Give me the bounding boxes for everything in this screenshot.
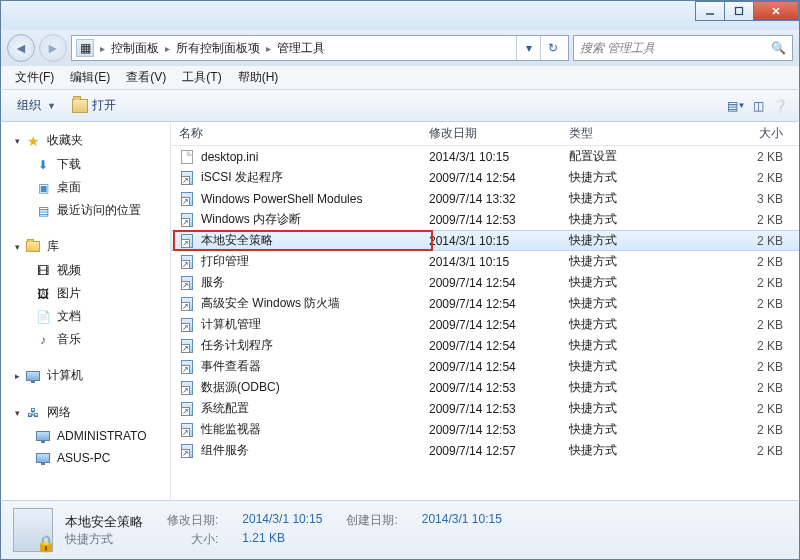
chevron-right-icon: ▸ xyxy=(163,43,172,54)
file-date: 2009/7/14 12:54 xyxy=(421,171,561,185)
file-date: 2009/7/14 12:54 xyxy=(421,276,561,290)
file-type: 快捷方式 xyxy=(561,211,661,228)
file-date: 2014/3/1 10:15 xyxy=(421,234,561,248)
search-icon[interactable]: 🔍 xyxy=(771,41,786,55)
file-size: 2 KB xyxy=(661,150,799,164)
sidebar-music[interactable]: ♪音乐 xyxy=(1,328,170,351)
nav-forward-button[interactable]: ► xyxy=(39,34,67,62)
sidebar-desktop[interactable]: ▣桌面 xyxy=(1,176,170,199)
file-type: 快捷方式 xyxy=(561,421,661,438)
breadcrumb-3[interactable]: 管理工具 xyxy=(273,40,329,57)
computer-icon xyxy=(35,450,51,466)
sidebar-network[interactable]: ▾ 🖧 网络 xyxy=(1,400,170,425)
search-placeholder: 搜索 管理工具 xyxy=(580,40,655,57)
file-row[interactable]: 打印管理2014/3/1 10:15快捷方式2 KB xyxy=(171,251,799,272)
menu-tools[interactable]: 工具(T) xyxy=(174,66,229,89)
sidebar-pictures[interactable]: 🖼图片 xyxy=(1,282,170,305)
window-titlebar xyxy=(0,0,800,30)
refresh-button[interactable]: ↻ xyxy=(540,36,564,60)
file-date: 2009/7/14 12:53 xyxy=(421,381,561,395)
breadcrumb-2[interactable]: 所有控制面板项 xyxy=(172,40,264,57)
sidebar-documents[interactable]: 📄文档 xyxy=(1,305,170,328)
file-name: Windows PowerShell Modules xyxy=(201,192,362,206)
file-row[interactable]: 服务2009/7/14 12:54快捷方式2 KB xyxy=(171,272,799,293)
history-dropdown-button[interactable]: ▾ xyxy=(516,36,540,60)
file-row[interactable]: 性能监视器2009/7/14 12:53快捷方式2 KB xyxy=(171,419,799,440)
file-row[interactable]: desktop.ini2014/3/1 10:15配置设置2 KB xyxy=(171,146,799,167)
open-button[interactable]: 打开 xyxy=(64,94,124,117)
file-list-pane: 名称 修改日期 类型 大小 desktop.ini2014/3/1 10:15配… xyxy=(171,122,799,500)
path-root-icon: ▦ xyxy=(76,39,94,57)
menu-file[interactable]: 文件(F) xyxy=(7,66,62,89)
column-name[interactable]: 名称 xyxy=(171,125,421,142)
nav-back-button[interactable]: ◄ xyxy=(7,34,35,62)
sidebar-downloads[interactable]: ⬇下载 xyxy=(1,153,170,176)
details-subtitle: 快捷方式 xyxy=(65,531,143,548)
menu-help[interactable]: 帮助(H) xyxy=(230,66,287,89)
column-type[interactable]: 类型 xyxy=(561,125,661,142)
file-row[interactable]: 高级安全 Windows 防火墙2009/7/14 12:54快捷方式2 KB xyxy=(171,293,799,314)
sidebar-network-pc1[interactable]: ADMINISTRATO xyxy=(1,425,170,447)
menu-view[interactable]: 查看(V) xyxy=(118,66,174,89)
file-size: 2 KB xyxy=(661,339,799,353)
computer-icon xyxy=(25,368,41,384)
file-size: 2 KB xyxy=(661,444,799,458)
file-row[interactable]: 数据源(ODBC)2009/7/14 12:53快捷方式2 KB xyxy=(171,377,799,398)
address-bar[interactable]: ▦ ▸ 控制面板 ▸ 所有控制面板项 ▸ 管理工具 ▾ ↻ xyxy=(71,35,569,61)
details-size-label: 大小: xyxy=(167,531,218,548)
help-button[interactable]: ❔ xyxy=(769,95,791,117)
sidebar-computer[interactable]: ▸ 计算机 xyxy=(1,363,170,388)
search-input[interactable]: 搜索 管理工具 🔍 xyxy=(573,35,793,61)
file-row[interactable]: 本地安全策略2014/3/1 10:15快捷方式2 KB xyxy=(171,230,799,251)
close-button[interactable] xyxy=(753,1,799,21)
desktop-icon: ▣ xyxy=(35,180,51,196)
sidebar-favorites[interactable]: ▾ ★ 收藏夹 xyxy=(1,128,170,153)
file-row[interactable]: Windows PowerShell Modules2009/7/14 13:3… xyxy=(171,188,799,209)
sidebar-libraries-label: 库 xyxy=(47,238,59,255)
menu-edit[interactable]: 编辑(E) xyxy=(62,66,118,89)
shortcut-icon xyxy=(179,233,195,249)
file-row[interactable]: iSCSI 发起程序2009/7/14 12:54快捷方式2 KB xyxy=(171,167,799,188)
shortcut-icon xyxy=(179,317,195,333)
sidebar-favorites-label: 收藏夹 xyxy=(47,132,83,149)
file-type: 快捷方式 xyxy=(561,337,661,354)
expand-icon: ▾ xyxy=(15,136,25,146)
column-size[interactable]: 大小 xyxy=(661,125,799,142)
file-type: 配置设置 xyxy=(561,148,661,165)
minimize-button[interactable] xyxy=(695,1,725,21)
preview-pane-button[interactable]: ◫ xyxy=(747,95,769,117)
file-date: 2014/3/1 10:15 xyxy=(421,150,561,164)
column-date[interactable]: 修改日期 xyxy=(421,125,561,142)
sidebar-videos[interactable]: 🎞视频 xyxy=(1,259,170,282)
file-row[interactable]: 任务计划程序2009/7/14 12:54快捷方式2 KB xyxy=(171,335,799,356)
file-type: 快捷方式 xyxy=(561,169,661,186)
file-row[interactable]: 事件查看器2009/7/14 12:54快捷方式2 KB xyxy=(171,356,799,377)
file-size: 3 KB xyxy=(661,192,799,206)
file-row[interactable]: Windows 内存诊断2009/7/14 12:53快捷方式2 KB xyxy=(171,209,799,230)
file-type: 快捷方式 xyxy=(561,316,661,333)
view-options-button[interactable]: ▤▼ xyxy=(725,95,747,117)
file-row[interactable]: 组件服务2009/7/14 12:57快捷方式2 KB xyxy=(171,440,799,461)
file-size: 2 KB xyxy=(661,171,799,185)
sidebar-libraries[interactable]: ▾ 库 xyxy=(1,234,170,259)
address-bar-row: ◄ ► ▦ ▸ 控制面板 ▸ 所有控制面板项 ▸ 管理工具 ▾ ↻ 搜索 管理工… xyxy=(0,30,800,66)
shortcut-icon xyxy=(179,254,195,270)
shortcut-icon xyxy=(179,422,195,438)
shortcut-icon xyxy=(179,275,195,291)
organize-button[interactable]: 组织▼ xyxy=(9,94,64,117)
file-type: 快捷方式 xyxy=(561,379,661,396)
sidebar-recent[interactable]: ▤最近访问的位置 xyxy=(1,199,170,222)
file-name: 性能监视器 xyxy=(201,421,261,438)
file-row[interactable]: 系统配置2009/7/14 12:53快捷方式2 KB xyxy=(171,398,799,419)
shortcut-icon xyxy=(179,359,195,375)
column-headers: 名称 修改日期 类型 大小 xyxy=(171,122,799,146)
command-bar: 组织▼ 打开 ▤▼ ◫ ❔ xyxy=(0,90,800,122)
breadcrumb-1[interactable]: 控制面板 xyxy=(107,40,163,57)
sidebar-network-pc2[interactable]: ASUS-PC xyxy=(1,447,170,469)
navigation-pane: ▾ ★ 收藏夹 ⬇下载 ▣桌面 ▤最近访问的位置 ▾ 库 🎞视频 🖼图片 📄文档… xyxy=(1,122,171,500)
open-label: 打开 xyxy=(92,97,116,114)
file-type: 快捷方式 xyxy=(561,232,661,249)
file-date: 2009/7/14 12:57 xyxy=(421,444,561,458)
file-row[interactable]: 计算机管理2009/7/14 12:54快捷方式2 KB xyxy=(171,314,799,335)
maximize-button[interactable] xyxy=(724,1,754,21)
